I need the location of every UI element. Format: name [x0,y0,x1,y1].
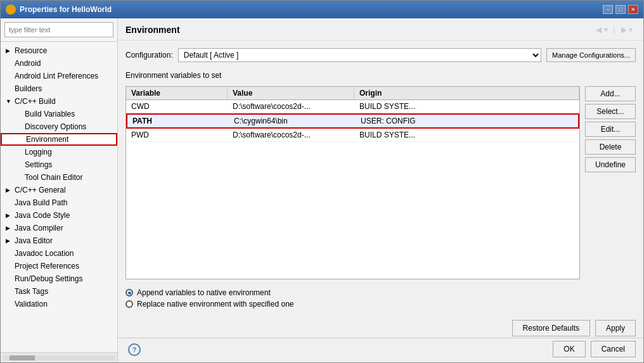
ok-button[interactable]: OK [553,341,585,357]
sidebar-item-resource[interactable]: ▶Resource [1,44,117,57]
sidebar-item-logging[interactable]: Logging [1,146,117,158]
sidebar-item-label-java-compiler: Java Compiler [15,224,63,232]
cell-value-1: C:\cygwin64\bin [229,115,356,127]
config-select[interactable]: Default [ Active ] [178,48,541,62]
cell-value-2: D:\software\cocos2d-... [228,129,354,141]
add----button[interactable]: Add... [585,86,636,101]
sidebar-item-java-compiler[interactable]: ▶Java Compiler [1,222,117,234]
panel-body: Configuration: Default [ Active ] Manage… [118,41,643,316]
sidebar-item-validation[interactable]: Validation [1,298,117,310]
sidebar-item-label-discovery-options: Discovery Options [25,122,86,131]
tree-arrow-java-code-style: ▶ [6,212,13,219]
sidebar-item-java-build-path[interactable]: Java Build Path [1,196,117,209]
col-header-origin: Origin [354,87,579,99]
panel-header: Environment ◀ ▾ | ▶ ▾ [118,18,643,41]
sidebar-item-project-references[interactable]: Project References [1,260,117,272]
main-window: Properties for HelloWorld − □ ✕ ▶Resourc… [0,0,644,363]
tree-arrow-ccpp-build: ▼ [6,98,13,105]
apply-button[interactable]: Apply [595,320,636,336]
ok-cancel-row: ? OK Cancel [118,338,643,362]
sidebar-item-label-environment: Environment [26,135,68,144]
scroll-track [3,355,115,360]
scroll-thumb [10,355,35,360]
side-buttons: Add...Select...Edit...DeleteUndefine [585,86,636,279]
tree-arrow-java-compiler: ▶ [6,225,13,231]
sidebar-item-android-lint[interactable]: Android Lint Preferences [1,70,117,82]
delete-button[interactable]: Delete [585,139,636,155]
left-panel: ▶ResourceAndroidAndroid Lint Preferences… [1,18,118,362]
col-header-value: Value [228,87,354,99]
sidebar-item-settings[interactable]: Settings [1,158,117,171]
restore-apply-row: Restore Defaults Apply [118,316,643,338]
select----button[interactable]: Select... [585,104,636,119]
sidebar-item-java-editor[interactable]: ▶Java Editor [1,234,117,247]
sidebar-item-build-variables[interactable]: Build Variables [1,108,117,120]
tree-arrow-ccpp-general: ▶ [6,187,13,193]
sidebar-item-label-run-debug-settings: Run/Debug Settings [15,274,82,283]
sidebar-item-label-resource: Resource [15,46,47,55]
manage-configurations-button[interactable]: Manage Configurations... [546,48,636,62]
config-label: Configuration: [126,51,173,60]
panel-title: Environment [126,25,180,35]
help-button[interactable]: ? [128,343,141,356]
cancel-button[interactable]: Cancel [591,341,636,357]
table-row[interactable]: PATHC:\cygwin64\binUSER: CONFIG [126,113,579,129]
maximize-button[interactable]: □ [615,5,626,14]
nav-back-button[interactable]: ◀ ▾ [593,23,610,36]
radio-section: Append variables to native environmentRe… [126,288,636,309]
radio-row-append[interactable]: Append variables to native environment [126,288,636,297]
config-row: Configuration: Default [ Active ] Manage… [126,48,636,62]
edit----button[interactable]: Edit... [585,122,636,137]
sidebar-item-run-debug-settings[interactable]: Run/Debug Settings [1,272,117,285]
sidebar-item-java-code-style[interactable]: ▶Java Code Style [1,209,117,222]
window-icon [6,4,16,15]
sidebar-item-label-java-code-style: Java Code Style [15,211,70,220]
sidebar-item-label-javadoc-location: Javadoc Location [15,249,74,258]
title-bar: Properties for HelloWorld − □ ✕ [1,1,643,18]
env-vars-label: Environment variables to set [126,71,636,80]
sidebar-item-builders[interactable]: Builders [1,82,117,95]
minimize-button[interactable]: − [603,5,613,14]
sidebar-item-label-build-variables: Build Variables [25,110,75,118]
nav-forward-button[interactable]: ▶ ▾ [618,23,636,36]
window-title: Properties for HelloWorld [20,5,603,14]
sidebar-item-label-validation: Validation [15,300,48,309]
sidebar-item-discovery-options[interactable]: Discovery Options [1,120,117,133]
filter-input[interactable] [4,22,113,37]
sidebar-item-label-task-tags: Task Tags [15,287,48,296]
sidebar-item-android[interactable]: Android [1,57,117,70]
sidebar-item-environment[interactable]: Environment [1,133,117,146]
sidebar-item-tool-chain-editor[interactable]: Tool Chain Editor [1,171,117,184]
table-and-buttons: Variable Value Origin CWDD:\software\coc… [126,86,636,279]
sidebar-item-label-ccpp-build: C/C++ Build [15,97,56,106]
cell-variable-2: PWD [126,129,228,141]
sidebar-item-ccpp-build[interactable]: ▼C/C++ Build [1,95,117,108]
sidebar-item-javadoc-location[interactable]: Javadoc Location [1,247,117,260]
radio-label-append: Append variables to native environment [137,288,271,297]
sidebar-item-label-android-lint: Android Lint Preferences [15,72,98,80]
tree-arrow-java-editor: ▶ [6,238,13,244]
tree-arrow-resource: ▶ [6,48,13,54]
table-body: CWDD:\software\cocos2d-...BUILD SYSTE...… [126,100,579,279]
cell-variable-1: PATH [127,115,229,127]
sidebar-item-ccpp-general[interactable]: ▶C/C++ General [1,184,117,196]
sidebar-item-label-logging: Logging [25,148,52,156]
sidebar-item-task-tags[interactable]: Task Tags [1,285,117,298]
horizontal-scrollbar[interactable] [1,352,117,362]
close-button[interactable]: ✕ [628,5,638,14]
table-header: Variable Value Origin [126,87,579,100]
cell-variable-0: CWD [126,100,228,113]
undefine-button[interactable]: Undefine [585,157,636,172]
sidebar-item-label-tool-chain-editor: Tool Chain Editor [25,173,82,182]
radio-append[interactable] [126,289,133,296]
restore-defaults-button[interactable]: Restore Defaults [512,320,590,336]
sidebar-item-label-java-build-path: Java Build Path [15,198,67,207]
radio-row-replace[interactable]: Replace native environment with specifie… [126,300,636,309]
sidebar-item-label-settings: Settings [25,160,52,169]
table-row[interactable]: PWDD:\software\cocos2d-...BUILD SYSTE... [126,129,579,142]
cell-origin-2: BUILD SYSTE... [354,129,579,141]
table-row[interactable]: CWDD:\software\cocos2d-...BUILD SYSTE... [126,100,579,113]
radio-replace[interactable] [126,300,133,308]
right-panel: Environment ◀ ▾ | ▶ ▾ Configuration: Def… [118,18,643,362]
sidebar-item-label-builders: Builders [15,84,42,93]
